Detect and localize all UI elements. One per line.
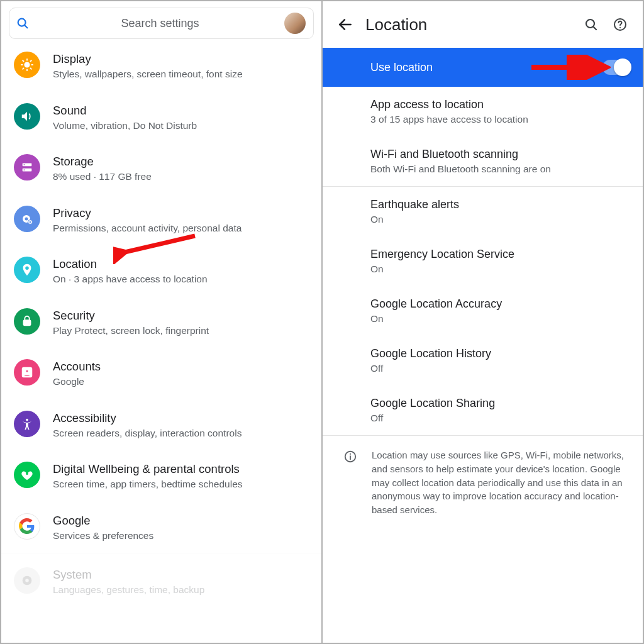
svg-line-29 xyxy=(593,26,596,30)
settings-item-display[interactable]: DisplayStyles, wallpapers, screen timeou… xyxy=(1,47,321,92)
svg-point-14 xyxy=(24,169,25,170)
search-button[interactable] xyxy=(579,12,604,37)
svg-line-7 xyxy=(23,60,23,61)
security-icon xyxy=(14,308,40,335)
profile-avatar[interactable] xyxy=(284,13,306,34)
settings-item-accessibility[interactable]: AccessibilityScreen readers, display, in… xyxy=(1,399,321,451)
sound-icon xyxy=(14,103,40,130)
settings-item-wellbeing[interactable]: Digital Wellbeing & parental controlsScr… xyxy=(1,450,321,502)
svg-point-2 xyxy=(24,62,30,67)
svg-point-24 xyxy=(26,472,28,475)
svg-point-23 xyxy=(26,418,28,421)
settings-item-storage[interactable]: Storage8% used · 117 GB free xyxy=(1,143,321,194)
svg-point-26 xyxy=(25,579,29,582)
search-row: Search settings xyxy=(1,1,321,47)
use-location-label: Use location xyxy=(370,61,433,74)
search-placeholder: Search settings xyxy=(36,17,284,30)
location-icon xyxy=(14,257,40,283)
item-location-history[interactable]: Google Location History Off xyxy=(370,336,643,386)
accounts-icon xyxy=(14,359,40,386)
system-icon xyxy=(14,567,40,594)
page-title: Location xyxy=(365,15,575,35)
settings-item-location[interactable]: LocationOn · 3 apps have access to locat… xyxy=(1,245,321,297)
svg-point-16 xyxy=(25,217,28,220)
storage-icon xyxy=(14,154,40,180)
privacy-icon xyxy=(14,206,40,232)
svg-point-35 xyxy=(350,453,351,455)
accessibility-icon xyxy=(14,411,40,437)
item-wifi-bt-scanning[interactable]: Wi-Fi and Bluetooth scanning Both Wi-Fi … xyxy=(370,136,643,186)
settings-item-sound[interactable]: SoundVolume, vibration, Do Not Disturb xyxy=(1,92,321,143)
svg-point-22 xyxy=(26,370,29,373)
info-icon xyxy=(338,448,363,517)
use-location-row[interactable]: Use location xyxy=(323,48,643,87)
search-settings-field[interactable]: Search settings xyxy=(9,8,314,39)
settings-item-security[interactable]: SecurityPlay Protect, screen lock, finge… xyxy=(1,297,321,348)
settings-item-google[interactable]: GoogleServices & preferences xyxy=(1,502,321,553)
dual-screenshot: Search settings DisplayStyles, wallpaper… xyxy=(0,0,644,644)
settings-item-privacy[interactable]: PrivacyPermissions, account activity, pe… xyxy=(1,194,321,246)
svg-point-13 xyxy=(24,164,25,165)
svg-rect-20 xyxy=(24,320,31,325)
item-earthquake-alerts[interactable]: Earthquake alerts On xyxy=(370,187,643,236)
settings-pane: Search settings DisplayStyles, wallpaper… xyxy=(1,1,323,643)
item-app-access[interactable]: App access to location 3 of 15 apps have… xyxy=(370,87,643,136)
svg-line-10 xyxy=(31,60,31,61)
help-button[interactable] xyxy=(608,12,633,37)
location-pane: Location Use location App access to loca… xyxy=(323,1,643,643)
settings-list: DisplayStyles, wallpapers, screen timeou… xyxy=(1,47,321,643)
location-group-access: App access to location 3 of 15 apps have… xyxy=(323,87,643,187)
svg-point-31 xyxy=(619,27,621,28)
back-button[interactable] xyxy=(331,11,359,38)
svg-line-1 xyxy=(25,25,27,28)
svg-line-8 xyxy=(31,69,31,69)
use-location-toggle[interactable] xyxy=(602,60,630,75)
search-icon xyxy=(16,16,30,30)
location-header: Location xyxy=(323,1,643,48)
svg-line-9 xyxy=(23,69,23,69)
settings-item-accounts[interactable]: AccountsGoogle xyxy=(1,348,321,399)
location-info-text: Location may use sources like GPS, Wi-Fi… xyxy=(363,448,628,517)
annotation-arrow-icon xyxy=(529,55,611,80)
wellbeing-icon xyxy=(14,462,40,488)
item-location-accuracy[interactable]: Google Location Accuracy On xyxy=(370,286,643,336)
location-info-footer: Location may use sources like GPS, Wi-Fi… xyxy=(323,436,643,532)
svg-rect-18 xyxy=(30,221,31,223)
item-emergency-location[interactable]: Emergency Location Service On xyxy=(370,236,643,286)
display-icon xyxy=(14,52,40,78)
google-logo-icon xyxy=(14,513,40,540)
settings-item-system[interactable]: SystemLanguages, gestures, time, backup xyxy=(1,553,321,608)
location-group-services: Earthquake alerts On Emergency Location … xyxy=(323,187,643,436)
item-location-sharing[interactable]: Google Location Sharing Off xyxy=(370,386,643,435)
